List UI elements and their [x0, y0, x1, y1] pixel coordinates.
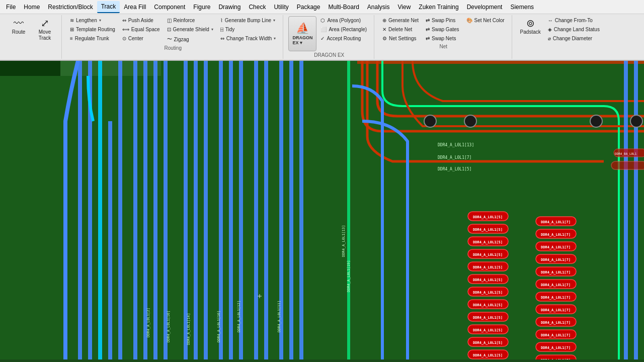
- delete-net-icon: ✕: [382, 27, 386, 32]
- push-aside-label: Push Aside: [128, 18, 153, 23]
- svg-rect-23: [347, 61, 350, 359]
- padstack-button[interactable]: ⊚ Padstack: [517, 16, 544, 48]
- menubar-item-area-fill[interactable]: Area Fill: [120, 2, 150, 13]
- reinforce-icon: ◫: [167, 18, 172, 23]
- menubar-item-figure[interactable]: Figure: [189, 2, 214, 13]
- svg-rect-16: [229, 61, 233, 359]
- svg-rect-55: [611, 161, 644, 169]
- change-diameter-button[interactable]: ⌀ Change Diameter: [545, 34, 603, 43]
- template-routing-icon: ⊞: [70, 27, 74, 32]
- generate-bump-line-icon: ⌇: [220, 18, 223, 23]
- menubar-item-multi-board[interactable]: Multi-Board: [324, 2, 363, 13]
- svg-rect-13: [194, 61, 198, 359]
- svg-text:DDR4_A_L0L1[7]: DDR4_A_L0L1[7]: [541, 308, 571, 312]
- change-track-width-icon: ⇔: [220, 36, 224, 41]
- set-net-color-label: Set Net Color: [474, 18, 505, 23]
- generate-shield-arrow: ▾: [211, 27, 213, 32]
- svg-text:DDR4_A_L0L1[12]: DDR4_A_L0L1[12]: [237, 301, 241, 332]
- move-track-button[interactable]: ⤢ MoveTrack: [32, 16, 57, 48]
- change-land-status-button[interactable]: ◈ Change Land Status: [545, 25, 603, 34]
- lengthen-button[interactable]: ≋ Lengthen ▾: [67, 16, 118, 25]
- menubar-item-zuken-training[interactable]: Zuken Training: [415, 2, 462, 13]
- menubar-item-view[interactable]: View: [394, 2, 415, 13]
- generate-net-button[interactable]: ⊕ Generate Net: [379, 16, 422, 25]
- lengthen-icon: ≋: [70, 18, 74, 23]
- dragon-icon: ⛵: [296, 22, 309, 35]
- push-aside-button[interactable]: ⇔ Push Aside: [119, 16, 163, 25]
- svg-rect-5: [98, 61, 102, 359]
- padstack-label: Padstack: [520, 29, 541, 35]
- regulate-trunk-button[interactable]: ≡ Regulate Trunk: [67, 34, 118, 43]
- svg-rect-21: [289, 61, 293, 359]
- ribbon-group-net: ⊕ Generate Net ✕ Delete Net ⚙ Net Settin…: [375, 15, 512, 59]
- area-rectangle-button[interactable]: ⬜ Area (Rectangle): [317, 25, 370, 34]
- generate-shield-button[interactable]: ⊡ Generate Shield ▾: [164, 25, 216, 34]
- change-track-width-button[interactable]: ⇔ Change Track Width ▾: [217, 34, 279, 43]
- area-polygon-label: Area (Polygon): [327, 18, 361, 23]
- route-icon: 〰: [14, 18, 24, 28]
- routing-small-group-3: ◫ Reinforce ⊡ Generate Shield ▾ 〜 Zigzag: [164, 16, 216, 44]
- swap-gates-button[interactable]: ⇄ Swap Gates: [423, 25, 462, 34]
- svg-rect-3: [78, 61, 82, 359]
- template-routing-button[interactable]: ⊞ Template Routing: [67, 25, 118, 34]
- svg-text:DDR4_A_L0L1[5]: DDR4_A_L0L1[5]: [473, 303, 503, 307]
- svg-text:DDR4_A_L0L1[7]: DDR4_A_L0L1[7]: [541, 333, 571, 337]
- menubar-item-analysis[interactable]: Analysis: [363, 2, 394, 13]
- regulate-trunk-label: Regulate Trunk: [75, 36, 109, 41]
- accept-routing-button[interactable]: ✓ Accept Routing: [317, 34, 370, 43]
- svg-text:DDR4_A_L0L1[5]: DDR4_A_L0L1[5]: [438, 167, 471, 171]
- svg-text:DDR4_A_L0L1[5]: DDR4_A_L0L1[5]: [473, 291, 503, 295]
- svg-point-27: [424, 115, 436, 127]
- menubar-item-drawing[interactable]: Drawing: [214, 2, 245, 13]
- center-icon: ⊙: [122, 36, 126, 41]
- equal-space-icon: ⟺: [122, 27, 129, 32]
- menubar-item-track[interactable]: Track: [97, 1, 120, 13]
- menubar-item-file[interactable]: File: [2, 2, 20, 13]
- delete-net-button[interactable]: ✕ Delete Net: [379, 25, 422, 34]
- svg-text:DDR4_A_L0L1[7]: DDR4_A_L0L1[7]: [541, 346, 571, 350]
- routing-small-group-2: ⇔ Push Aside ⟺ Equal Space ⊙ Center: [119, 16, 163, 43]
- zigzag-icon: 〜: [167, 36, 172, 43]
- move-track-icon: ⤢: [41, 18, 49, 28]
- menubar-item-check[interactable]: Check: [245, 2, 270, 13]
- menubar-item-home[interactable]: Home: [20, 2, 44, 13]
- svg-text:DDR4_A_L0L1[7]: DDR4_A_L0L1[7]: [541, 358, 571, 359]
- svg-text:DDR4_A_L0L1[5]: DDR4_A_L0L1[5]: [473, 278, 503, 282]
- menubar-item-component[interactable]: Component: [150, 2, 189, 13]
- dragon-ex-button[interactable]: ⛵ DRAGONEX ▾: [288, 16, 316, 51]
- menubar-item-siemens[interactable]: Siemens: [506, 2, 538, 13]
- menubar-item-package[interactable]: Package: [293, 2, 325, 13]
- menubar-item-utility[interactable]: Utility: [270, 2, 292, 13]
- menubar-item-development[interactable]: Development: [463, 2, 507, 13]
- change-from-to-button[interactable]: ↔ Change From-To: [545, 16, 603, 25]
- change-land-status-icon: ◈: [548, 27, 552, 32]
- svg-text:DDR4_A_L0L1[10]: DDR4_A_L0L1[10]: [217, 311, 221, 342]
- swap-pins-button[interactable]: ⇄ Swap Pins: [423, 16, 462, 25]
- lengthen-label: Lengthen: [76, 18, 97, 23]
- pcb-canvas[interactable]: DDR4_A_L0L1[5] DDR4_A_L0L1[5] DDR4_A_L0L…: [0, 61, 644, 359]
- tidy-label: Tidy: [225, 27, 235, 32]
- swap-pins-label: Swap Pins: [432, 18, 455, 23]
- regulate-trunk-icon: ≡: [70, 36, 73, 41]
- svg-text:DDR4_A_L0L1[7]: DDR4_A_L0L1[7]: [438, 155, 471, 160]
- svg-text:DDR4_A_L0L1[7]: DDR4_A_L0L1[7]: [541, 321, 571, 325]
- svg-text:DDR4_A_L0L1[5]: DDR4_A_L0L1[5]: [473, 240, 503, 244]
- generate-net-icon: ⊕: [382, 18, 386, 23]
- center-button[interactable]: ⊙ Center: [119, 34, 163, 43]
- menubar-item-restriction-block[interactable]: Restriction/Block: [44, 2, 97, 13]
- net-settings-button[interactable]: ⚙ Net Settings: [379, 34, 422, 43]
- zigzag-button[interactable]: 〜 Zigzag: [164, 34, 216, 44]
- swap-nets-button[interactable]: ⇄ Swap Nets: [423, 34, 462, 43]
- route-button[interactable]: 〰 Route: [6, 16, 31, 48]
- generate-bump-line-button[interactable]: ⌇ Generate Bump Line ▾: [217, 16, 279, 25]
- padstack-icon: ⊚: [526, 18, 535, 28]
- area-polygon-button[interactable]: ⬡ Area (Polygon): [317, 16, 370, 25]
- set-net-color-button[interactable]: 🎨 Set Net Color: [463, 16, 508, 25]
- equal-space-button[interactable]: ⟺ Equal Space: [119, 25, 163, 34]
- tidy-button[interactable]: ⌸ Tidy: [217, 25, 279, 34]
- template-routing-label: Template Routing: [76, 27, 115, 32]
- net-group-label: Net: [440, 44, 448, 49]
- change-diameter-icon: ⌀: [548, 36, 551, 41]
- net-settings-icon: ⚙: [382, 36, 387, 41]
- reinforce-button[interactable]: ◫ Reinforce: [164, 16, 216, 25]
